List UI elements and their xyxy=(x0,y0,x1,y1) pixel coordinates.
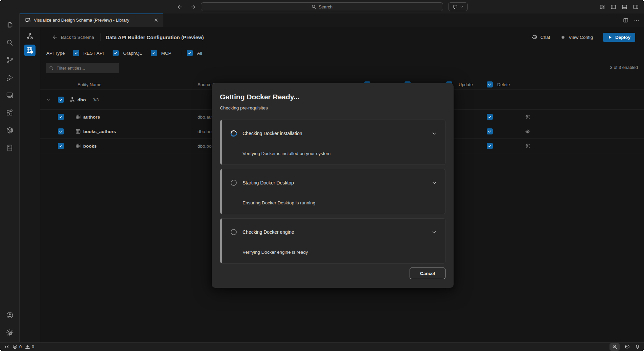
command-center-search[interactable]: Search xyxy=(201,2,443,11)
back-arrow-icon[interactable] xyxy=(176,3,183,10)
warnings-item[interactable]: 0 xyxy=(25,344,34,349)
container-tools-icon[interactable] xyxy=(2,122,18,139)
remote-indicator[interactable] xyxy=(4,344,9,349)
filter-entities-input[interactable] xyxy=(56,66,116,71)
warnings-count: 0 xyxy=(32,345,34,349)
api-type-label: API Type xyxy=(46,51,65,56)
schema-name: dbo xyxy=(77,97,86,102)
back-to-schema-button[interactable]: Back to Schema xyxy=(52,34,94,40)
table-grid-icon xyxy=(75,143,81,149)
settings-gear-icon[interactable] xyxy=(2,324,18,342)
chevron-down-icon xyxy=(460,5,463,8)
status-bar: 0 0 xyxy=(0,342,644,351)
step-description: Verifying Docker engine is ready xyxy=(243,250,308,255)
row-settings-gear-icon[interactable] xyxy=(525,143,531,149)
back-label: Back to Schema xyxy=(61,35,94,40)
activity-bar xyxy=(0,14,20,342)
source-control-icon[interactable] xyxy=(2,51,18,69)
entity-name: authors xyxy=(83,115,100,120)
search-label: Search xyxy=(319,4,332,9)
rest-api-option[interactable]: REST API xyxy=(73,50,104,56)
books-checkbox[interactable] xyxy=(58,143,64,149)
remote-explorer-icon[interactable] xyxy=(2,86,18,104)
api-type-row: API Type REST API GraphQL MCP xyxy=(46,48,211,58)
step-header[interactable]: Starting Docker Desktop xyxy=(230,179,437,187)
pending-circle-icon xyxy=(230,179,237,186)
pending-circle-icon xyxy=(230,229,237,235)
run-debug-icon[interactable] xyxy=(2,69,18,86)
entity-name-header: Entity Name xyxy=(77,82,101,87)
getting-docker-ready-dialog: Getting Docker Ready... Checking pre-req… xyxy=(212,83,454,288)
books-authors-delete-checkbox[interactable] xyxy=(487,128,493,134)
books-delete-checkbox[interactable] xyxy=(487,143,493,149)
step-header[interactable]: Checking Docker installation xyxy=(230,129,437,137)
toggle-primary-sidebar-icon[interactable] xyxy=(611,4,616,10)
step-title: Checking Docker installation xyxy=(243,131,302,136)
expand-chevron-icon[interactable] xyxy=(46,97,51,102)
close-tab-icon[interactable] xyxy=(153,17,159,24)
forward-arrow-icon[interactable] xyxy=(189,3,197,10)
toggle-panel-icon[interactable] xyxy=(622,4,627,10)
copilot-menu-button[interactable] xyxy=(448,2,468,11)
search-icon xyxy=(49,66,54,71)
chevron-down-icon[interactable] xyxy=(432,229,437,235)
rest-api-checkbox[interactable] xyxy=(73,50,79,56)
history-nav xyxy=(176,0,197,14)
dab-config-icon[interactable] xyxy=(24,45,36,56)
row-settings-gear-icon[interactable] xyxy=(525,129,531,134)
view-config-label: View Config xyxy=(569,35,593,40)
errors-item[interactable]: 0 xyxy=(13,344,22,349)
notifications-bell-icon[interactable] xyxy=(635,344,640,349)
mcp-label: MCP xyxy=(161,51,171,56)
chat-label: Chat xyxy=(540,35,550,40)
extensions-icon[interactable] xyxy=(2,104,18,122)
step-header[interactable]: Checking Docker engine xyxy=(230,228,437,236)
enabled-summary: 3 of 3 enabled xyxy=(610,65,638,70)
accounts-icon[interactable] xyxy=(2,306,18,324)
zoom-in-icon[interactable] xyxy=(610,343,620,351)
customize-layout-icon[interactable] xyxy=(599,4,605,10)
search-sidebar-icon[interactable] xyxy=(2,34,18,51)
step-title: Checking Docker engine xyxy=(243,229,294,235)
deploy-button[interactable]: Deploy xyxy=(603,33,635,42)
dialog-title: Getting Docker Ready... xyxy=(220,92,445,102)
authors-delete-checkbox[interactable] xyxy=(487,114,493,120)
header-divider xyxy=(100,33,100,41)
graphql-checkbox[interactable] xyxy=(113,50,119,56)
delete-header: Delete xyxy=(497,82,510,87)
view-header: Back to Schema Data API Builder Configur… xyxy=(40,27,644,48)
errors-count: 0 xyxy=(19,345,22,349)
mcp-checkbox[interactable] xyxy=(151,50,157,56)
explorer-icon[interactable] xyxy=(2,16,18,34)
rest-api-label: REST API xyxy=(84,51,104,56)
row-settings-gear-icon[interactable] xyxy=(525,114,531,120)
title-bar: Search xyxy=(0,0,644,14)
mcp-option[interactable]: MCP xyxy=(151,50,171,56)
view-config-button[interactable]: View Config xyxy=(560,34,593,40)
dbo-checkbox[interactable] xyxy=(58,97,64,103)
toggle-secondary-sidebar-icon[interactable] xyxy=(633,4,639,10)
books-authors-checkbox[interactable] xyxy=(58,128,64,134)
play-icon xyxy=(608,35,612,40)
chevron-down-icon[interactable] xyxy=(432,131,437,136)
all-option[interactable]: All xyxy=(187,50,202,56)
all-checkbox[interactable] xyxy=(187,50,193,56)
chat-button[interactable]: Chat xyxy=(532,34,550,40)
more-actions-icon[interactable] xyxy=(634,18,639,23)
graphql-option[interactable]: GraphQL xyxy=(113,50,142,56)
tab-visualize-design-schema[interactable]: Visualize and Design Schema (Preview) - … xyxy=(20,14,163,27)
filter-entities-box[interactable] xyxy=(46,63,119,73)
error-circle-icon xyxy=(13,344,18,349)
split-editor-icon[interactable] xyxy=(623,18,628,23)
copilot-status-icon[interactable] xyxy=(624,344,630,350)
database-projects-icon[interactable] xyxy=(2,139,18,157)
cancel-button[interactable]: Cancel xyxy=(410,268,445,279)
schema-icon xyxy=(69,97,75,103)
step-description: Ensuring Docker Desktop is running xyxy=(243,200,315,205)
docker-steps: Checking Docker installation Verifying D… xyxy=(220,120,445,264)
delete-all-checkbox[interactable] xyxy=(487,81,493,87)
schema-diagram-icon[interactable] xyxy=(24,30,36,42)
chevron-down-icon[interactable] xyxy=(432,180,437,185)
authors-checkbox[interactable] xyxy=(58,114,64,120)
spinner-icon xyxy=(230,130,237,137)
